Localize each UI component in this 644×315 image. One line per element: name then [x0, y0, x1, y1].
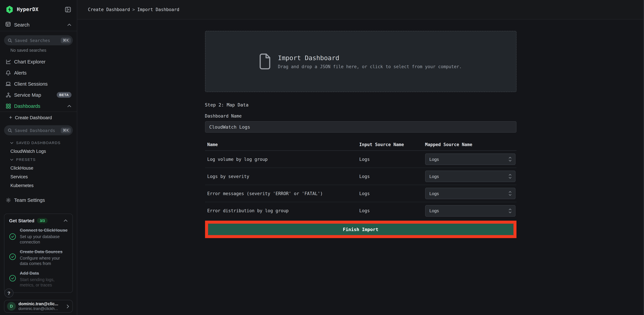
- check-circle-icon: [9, 249, 16, 266]
- sidebar-item-label: Service Map: [14, 92, 41, 98]
- sidebar-section-search-label: Search: [14, 22, 30, 28]
- chevron-down-icon: [10, 158, 14, 161]
- table-header-row: Name Input Source Name Mapped Source Nam…: [205, 139, 516, 151]
- table-row: Error distribution by log group Logs Log…: [205, 202, 516, 219]
- select-chevrons-icon: [508, 156, 512, 162]
- preset-item-kubernetes[interactable]: Kubernetes: [0, 181, 77, 190]
- sidebar-section-search[interactable]: Search: [0, 19, 77, 31]
- dashboard-name-label: Dashboard Name: [205, 114, 516, 119]
- step-label: Step 2: Map Data: [205, 102, 516, 108]
- dashboard-item-cloudwatch-logs[interactable]: CloudWatch Logs: [0, 147, 77, 155]
- get-started-title: Get Started: [9, 218, 34, 223]
- breadcrumb-create-dashboard[interactable]: Create Dashboard: [88, 7, 130, 12]
- column-header-name: Name: [205, 142, 359, 147]
- get-started-card: Get Started 3/3 Connect to ClickHouse Se…: [4, 214, 73, 293]
- preset-item-label: Kubernetes: [10, 183, 34, 188]
- create-dashboard-button[interactable]: + Create Dashboard: [0, 112, 77, 123]
- input-source-cell: Logs: [359, 208, 425, 213]
- shortcut-badge: ⌘K: [61, 38, 71, 43]
- source-mapping-table: Name Input Source Name Mapped Source Nam…: [205, 139, 516, 219]
- avatar: D: [7, 302, 16, 311]
- chart-name-cell: Error distribution by log group: [205, 208, 359, 213]
- table-row: Log volume by log group Logs Logs: [205, 151, 516, 168]
- table-row: Logs by severity Logs Logs: [205, 168, 516, 185]
- annotation-highlight: Finish Import: [205, 221, 516, 238]
- sidebar-item-alerts[interactable]: Alerts: [0, 67, 77, 78]
- get-started-item-add-data[interactable]: Add Data Start sending logs, metrics, or…: [9, 271, 68, 288]
- scrollbar[interactable]: [643, 0, 644, 315]
- sidebar-item-chart-explorer[interactable]: Chart Explorer: [0, 56, 77, 67]
- chevron-right-icon: [66, 304, 69, 308]
- gear-icon: [5, 197, 11, 203]
- get-started-header[interactable]: Get Started 3/3: [9, 218, 68, 223]
- mapped-source-value: Logs: [430, 174, 439, 179]
- saved-searches-input[interactable]: Saved Searches ⌘K: [4, 35, 73, 45]
- sidebar-item-label: Team Settings: [14, 197, 45, 203]
- search-window-icon: [5, 22, 11, 28]
- get-started-item-title: Create Data Sources: [20, 249, 68, 255]
- service-map-icon: [5, 92, 11, 98]
- chevron-up-icon[interactable]: [67, 24, 72, 26]
- get-started-progress-badge: 3/3: [37, 218, 48, 223]
- sidebar-item-client-sessions[interactable]: Client Sessions: [0, 78, 77, 89]
- search-icon: [8, 128, 12, 133]
- check-circle-icon: [9, 228, 16, 245]
- dashboard-name-input[interactable]: [205, 121, 516, 133]
- user-account-card[interactable]: D dominic.tran@clic... dominic.tran@clic…: [4, 300, 73, 313]
- column-header-input-source: Input Source Name: [359, 142, 425, 147]
- preset-item-services[interactable]: Services: [0, 172, 77, 181]
- preset-item-label: ClickHouse: [10, 165, 34, 170]
- presets-section[interactable]: PRESETS: [0, 155, 77, 164]
- chevron-up-icon[interactable]: [67, 105, 72, 107]
- sidebar: HyperDX Search Saved Searches ⌘K No save…: [0, 0, 77, 315]
- mapped-source-select[interactable]: Logs: [425, 188, 515, 199]
- divider: [0, 31, 77, 31]
- dashboards-grid-icon: [5, 103, 11, 109]
- saved-dashboards-section[interactable]: SAVED DASHBOARDS: [0, 139, 77, 147]
- input-source-cell: Logs: [359, 157, 425, 162]
- mapped-source-select[interactable]: Logs: [425, 205, 515, 216]
- get-started-item-sources[interactable]: Create Data Sources Configure where your…: [9, 249, 68, 266]
- mapped-source-value: Logs: [430, 208, 439, 213]
- mapped-source-select[interactable]: Logs: [425, 171, 515, 182]
- chart-name-cell: Error messages (severity 'ERROR' or 'FAT…: [205, 191, 359, 196]
- plus-icon: +: [9, 115, 12, 120]
- beta-badge: BETA: [56, 92, 72, 98]
- mapped-source-value: Logs: [430, 191, 439, 196]
- get-started-item-desc: Configure where your data comes from: [20, 255, 68, 266]
- mapped-source-value: Logs: [430, 157, 439, 162]
- check-circle-icon: [9, 271, 16, 288]
- main-area: Create Dashboard>Import Dashboard Import…: [77, 0, 644, 315]
- breadcrumb: Create Dashboard>Import Dashboard: [88, 7, 179, 12]
- json-file-dropzone[interactable]: Import Dashboard Drag and drop a JSON fi…: [205, 31, 516, 92]
- chart-name-cell: Log volume by log group: [205, 157, 359, 162]
- sidebar-item-label: Dashboards: [14, 103, 40, 109]
- bell-icon: [5, 70, 11, 75]
- mapped-source-select[interactable]: Logs: [425, 153, 515, 165]
- finish-import-button[interactable]: Finish Import: [208, 224, 513, 235]
- sidebar-item-label: Client Sessions: [14, 81, 48, 87]
- breadcrumb-bar: Create Dashboard>Import Dashboard: [77, 0, 644, 20]
- chart-explorer-icon: [5, 59, 11, 64]
- breadcrumb-separator: >: [132, 7, 135, 12]
- help-button[interactable]: ?: [4, 288, 14, 297]
- chevron-up-icon[interactable]: [64, 219, 68, 222]
- preset-item-clickhouse[interactable]: ClickHouse: [0, 164, 77, 172]
- sidebar-item-service-map[interactable]: Service Map BETA: [0, 89, 77, 100]
- table-row: Error messages (severity 'ERROR' or 'FAT…: [205, 185, 516, 202]
- get-started-item-title: Connect to ClickHouse: [20, 228, 68, 233]
- app-viewport: HyperDX Search Saved Searches ⌘K No save…: [0, 0, 644, 315]
- sidebar-collapse-icon[interactable]: [64, 6, 72, 13]
- sidebar-item-team-settings[interactable]: Team Settings: [0, 194, 77, 205]
- get-started-item-title: Add Data: [20, 271, 68, 276]
- saved-dashboards-placeholder: Saved Dashboards: [15, 128, 55, 133]
- user-name: dominic.tran@clic...: [18, 301, 64, 306]
- select-chevrons-icon: [508, 208, 512, 213]
- saved-dashboards-section-label: SAVED DASHBOARDS: [16, 141, 60, 145]
- search-icon: [8, 38, 12, 43]
- sidebar-item-dashboards[interactable]: Dashboards: [0, 100, 77, 112]
- get-started-item-connect[interactable]: Connect to ClickHouse Set up your databa…: [9, 228, 68, 245]
- sidebar-item-label: Chart Explorer: [14, 59, 46, 64]
- saved-dashboards-input[interactable]: Saved Dashboards ⌘K: [4, 125, 73, 135]
- shortcut-badge: ⌘K: [61, 127, 71, 133]
